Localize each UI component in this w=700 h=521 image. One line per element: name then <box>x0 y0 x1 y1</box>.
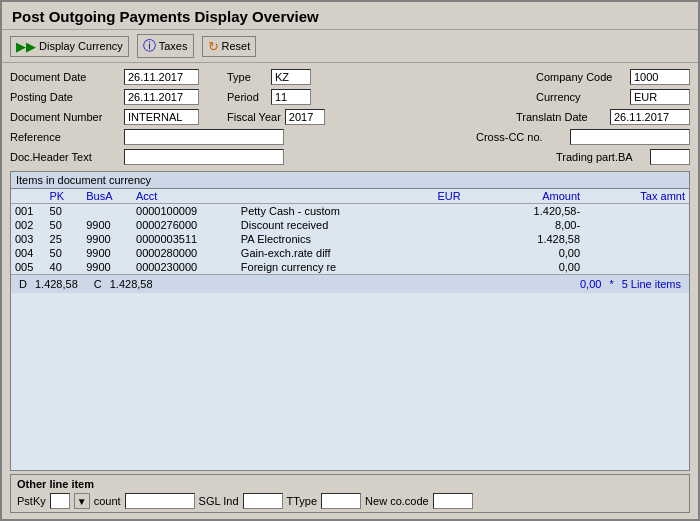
document-number-label: Document Number <box>10 111 120 123</box>
col-busa-header: BusA <box>82 189 132 204</box>
count-label: count <box>94 495 121 507</box>
row-desc: Discount received <box>237 218 434 232</box>
row-acct: 0000280000 <box>132 246 237 260</box>
currency-input[interactable] <box>630 89 690 105</box>
page-title: Post Outgoing Payments Display Overview <box>12 8 688 25</box>
difference-value: 0,00 <box>580 278 601 290</box>
row-num: 003 <box>11 232 46 246</box>
row-desc: Petty Cash - custom <box>237 204 434 219</box>
table-row: 004 50 9900 0000280000 Gain-exch.rate di… <box>11 246 689 260</box>
posting-date-label: Posting Date <box>10 91 120 103</box>
row-pk: 50 <box>46 204 83 219</box>
row-tax <box>584 218 689 232</box>
other-line-header: Other line item <box>17 478 683 490</box>
row-amount: 0,00 <box>479 260 584 274</box>
document-number-input[interactable] <box>124 109 199 125</box>
company-code-label: Company Code <box>536 71 626 83</box>
doc-header-text-input[interactable] <box>124 149 284 165</box>
items-footer: D 1.428,58 C 1.428,58 0,00 * 5 Line item… <box>11 274 689 293</box>
table-row: 001 50 0000100009 Petty Cash - custom 1.… <box>11 204 689 219</box>
display-currency-button[interactable]: ▶▶ Display Currency <box>10 36 129 57</box>
pstky-label: PstKy <box>17 495 46 507</box>
row-busa: 9900 <box>82 246 132 260</box>
new-co-code-label: New co.code <box>365 495 429 507</box>
new-co-code-input[interactable] <box>433 493 473 509</box>
row-busa: 9900 <box>82 260 132 274</box>
fiscal-year-input[interactable] <box>285 109 325 125</box>
row-currency <box>433 204 479 219</box>
taxes-icon: ⓘ <box>143 37 156 55</box>
items-section-header: Items in document currency <box>11 172 689 189</box>
row-pk: 25 <box>46 232 83 246</box>
row-currency <box>433 246 479 260</box>
reset-button[interactable]: ↻ Reset <box>202 36 257 57</box>
ttype-input[interactable] <box>321 493 361 509</box>
other-line-section: Other line item PstKy ▼ count SGL Ind TT… <box>10 474 690 513</box>
fiscal-year-label: Fiscal Year <box>227 111 281 123</box>
reference-input[interactable] <box>124 129 284 145</box>
form-row-2: Posting Date Period Currency <box>10 89 690 105</box>
debit-value: 1.428,58 <box>35 278 78 290</box>
form-row-5: Doc.Header Text Trading part.BA <box>10 149 690 165</box>
posting-date-input[interactable] <box>124 89 199 105</box>
row-tax <box>584 232 689 246</box>
translatn-date-input[interactable] <box>610 109 690 125</box>
col-tax-header: Tax amnt <box>584 189 689 204</box>
star: * <box>609 278 613 290</box>
line-items-count: 5 Line items <box>622 278 681 290</box>
row-desc: PA Electronics <box>237 232 434 246</box>
period-label: Period <box>227 91 267 103</box>
pstky-search-button[interactable]: ▼ <box>74 493 90 509</box>
row-currency <box>433 232 479 246</box>
translatn-date-label: Translatn Date <box>516 111 606 123</box>
taxes-button[interactable]: ⓘ Taxes <box>137 34 194 58</box>
row-pk: 50 <box>46 218 83 232</box>
title-bar: Post Outgoing Payments Display Overview <box>2 2 698 30</box>
trading-part-label: Trading part.BA <box>556 151 646 163</box>
count-input[interactable] <box>125 493 195 509</box>
currency-label: Currency <box>536 91 626 103</box>
form-row-3: Document Number Fiscal Year Translatn Da… <box>10 109 690 125</box>
company-code-input[interactable] <box>630 69 690 85</box>
display-currency-label: Display Currency <box>39 40 123 52</box>
cross-cc-input[interactable] <box>570 129 690 145</box>
credit-value: 1.428,58 <box>110 278 153 290</box>
display-currency-icon: ▶▶ <box>16 39 36 54</box>
period-input[interactable] <box>271 89 311 105</box>
debit-label: D <box>19 278 27 290</box>
row-acct: 0000003511 <box>132 232 237 246</box>
row-busa: 9900 <box>82 232 132 246</box>
table-row: 003 25 9900 0000003511 PA Electronics 1.… <box>11 232 689 246</box>
row-num: 002 <box>11 218 46 232</box>
reset-icon: ↻ <box>208 39 219 54</box>
other-line-fields: PstKy ▼ count SGL Ind TType New co.code <box>17 493 683 509</box>
type-label: Type <box>227 71 267 83</box>
pstky-input[interactable] <box>50 493 70 509</box>
row-amount: 1.428,58 <box>479 232 584 246</box>
row-acct: 0000100009 <box>132 204 237 219</box>
col-acct-header: Acct <box>132 189 237 204</box>
row-pk: 50 <box>46 246 83 260</box>
form-row-4: Reference Cross-CC no. <box>10 129 690 145</box>
reset-label: Reset <box>222 40 251 52</box>
row-currency <box>433 260 479 274</box>
reference-label: Reference <box>10 131 120 143</box>
document-date-label: Document Date <box>10 71 120 83</box>
row-acct: 0000276000 <box>132 218 237 232</box>
row-busa <box>82 204 132 219</box>
trading-part-input[interactable] <box>650 149 690 165</box>
table-row: 005 40 9900 0000230000 Foreign currency … <box>11 260 689 274</box>
document-date-input[interactable] <box>124 69 199 85</box>
col-currency-header: EUR <box>433 189 479 204</box>
col-amount-header: Amount <box>479 189 584 204</box>
col-pk-header: PK <box>46 189 83 204</box>
row-amount: 0,00 <box>479 246 584 260</box>
table-row: 002 50 9900 0000276000 Discount received… <box>11 218 689 232</box>
col-desc-header <box>237 189 434 204</box>
sgl-ind-input[interactable] <box>243 493 283 509</box>
row-desc: Gain-exch.rate diff <box>237 246 434 260</box>
col-num-header <box>11 189 46 204</box>
type-input[interactable] <box>271 69 311 85</box>
row-amount: 1.420,58- <box>479 204 584 219</box>
items-table: PK BusA Acct EUR Amount Tax amnt 001 50 … <box>11 189 689 274</box>
